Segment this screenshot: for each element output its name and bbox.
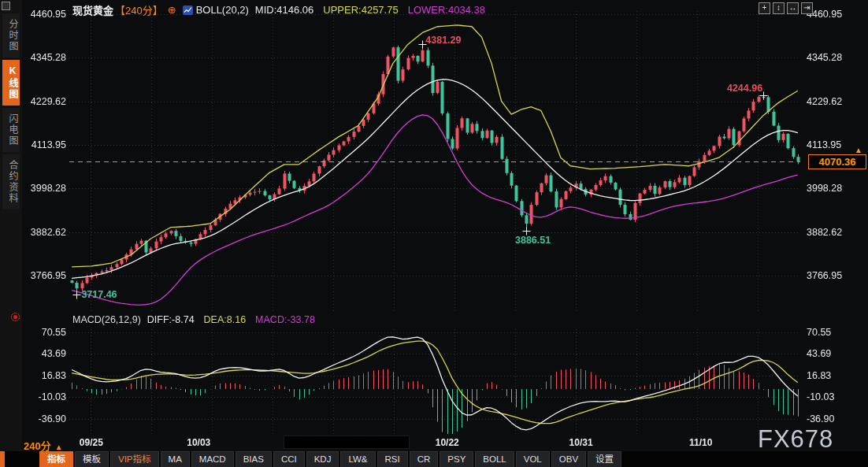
toolbar-tab-12[interactable]: BOLL [475, 451, 514, 467]
chart-tool-icons: +↕↔⇥ [759, 2, 813, 14]
boll-mid-value: MID:4146.06 [255, 4, 313, 16]
macd-diff-value: DIFF:-8.74 [147, 314, 195, 325]
scrollbar-thumb[interactable] [284, 435, 410, 449]
period-dropdown-arrow: ▲ [55, 443, 63, 451]
toolbar-tab-6[interactable]: CCI [273, 451, 305, 467]
corner-box-icon[interactable] [2, 2, 10, 10]
toolbar-tab-8[interactable]: LW& [340, 451, 375, 467]
chart-header: 现货黄金 【240分】 ⊕ BOLL(20,2) MID:4146.06 UPP… [72, 2, 485, 17]
price-marker-arrow: ▲ [855, 146, 862, 154]
toolbar-tab-11[interactable]: PSY [440, 451, 473, 467]
boll-upper-value: UPPER:4257.75 [323, 4, 398, 16]
toolbar-tab-10[interactable]: CR [410, 451, 439, 467]
toolbar-tab-2[interactable]: VIP指标 [110, 451, 159, 467]
trading-app-window: 4460.954460.954345.284345.284229.624229.… [0, 0, 868, 467]
toolbar-tab-9[interactable]: RSI [377, 451, 408, 467]
period-label: 【240分】 [115, 2, 163, 17]
time-axis-bar [22, 435, 868, 451]
macd-label: MACD(26,12,9) [72, 314, 141, 325]
boll-lower-value: LOWER:4034.38 [408, 4, 485, 16]
toolbar-tab-13[interactable]: VOL [516, 451, 550, 467]
toolbar-tab-4[interactable]: MACD [191, 451, 234, 467]
sidebar: 分时图K线图闪电图合约资料 [0, 0, 22, 451]
sidebar-item-0[interactable]: 分时图 [2, 13, 20, 57]
toolbar-tab-15[interactable]: 设置 [588, 451, 621, 467]
sidebar-item-3[interactable]: 合约资料 [2, 154, 20, 209]
macd-header: MACD(26,12,9) DIFF:-8.74 DEA:8.16 MACD:-… [72, 314, 315, 325]
toolbar-tab-14[interactable]: OBV [551, 451, 586, 467]
period-selector-label: 240分 [24, 440, 51, 452]
sidebar-item-1[interactable]: K线图 [2, 60, 20, 106]
toolbar-tab-7[interactable]: KDJ [306, 451, 339, 467]
add-indicator-icon[interactable]: ⊕ [168, 4, 176, 16]
chart-canvas[interactable] [0, 0, 868, 467]
current-price-box: 4070.36 [808, 154, 866, 169]
sidebar-item-2[interactable]: 闪电图 [2, 108, 20, 152]
toolbar-tab-3[interactable]: MA [161, 451, 190, 467]
toolbar-tab-5[interactable]: BIAS [236, 451, 272, 467]
toolbar-left-accent [0, 451, 5, 467]
scroll-right-icon[interactable]: ⇥ [801, 2, 813, 14]
indicator-icon[interactable] [183, 6, 193, 15]
macd-dea-value: DEA:8.16 [204, 314, 247, 325]
pan-icon[interactable]: + [759, 2, 770, 14]
toolbar-tab-0[interactable]: 指标 [39, 451, 73, 467]
macd-macd-value: MACD:-33.78 [255, 314, 315, 325]
toolbar-tab-1[interactable]: 模板 [75, 451, 109, 467]
boll-label: BOLL(20,2) [196, 4, 249, 16]
symbol-name: 现货黄金 [72, 2, 113, 17]
live-indicator-icon [11, 313, 20, 321]
brand-watermark: FX678 [758, 425, 833, 454]
y-axis-scale-icon[interactable]: ↕ [773, 2, 785, 14]
x-axis-scale-icon[interactable]: ↔ [787, 2, 799, 14]
bottom-toolbar: 指标模板VIP指标MAMACDBIASCCIKDJLW&RSICRPSYBOLL… [0, 451, 868, 467]
